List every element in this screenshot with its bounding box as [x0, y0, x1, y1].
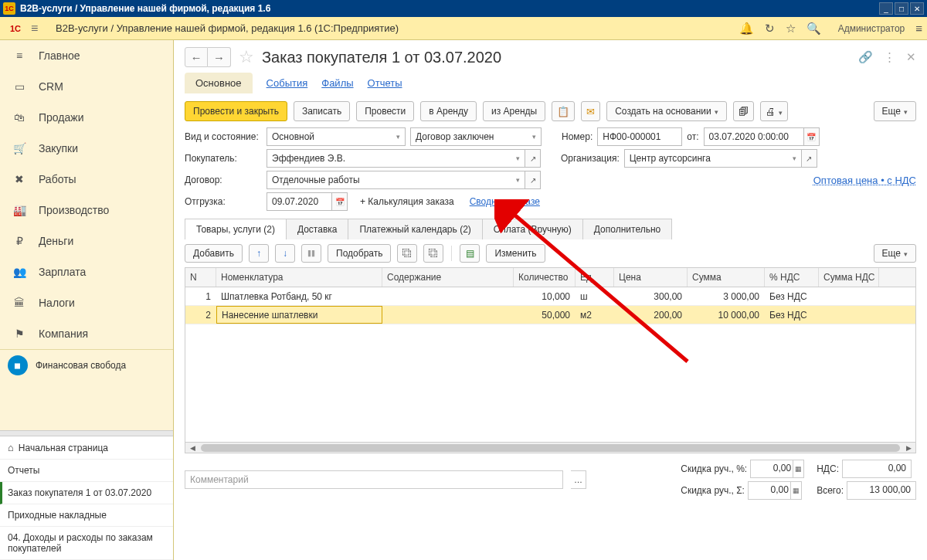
tab-main[interactable]: Основное: [185, 73, 253, 93]
spin-icon[interactable]: ▦: [793, 460, 803, 477]
tab-pay-calendar[interactable]: Платежный календарь (2): [348, 219, 482, 239]
move-down-button[interactable]: ↓: [275, 244, 295, 263]
add-row-button[interactable]: Добавить: [185, 244, 243, 263]
nav-incoming[interactable]: Приходные накладные: [0, 504, 173, 527]
buyer-input[interactable]: Эффендиев Э.В.▾: [267, 149, 525, 168]
tab-files[interactable]: Файлы: [321, 73, 353, 93]
tab-goods[interactable]: Товары, услуги (2): [185, 219, 287, 239]
scroll-right-icon[interactable]: ▶: [903, 443, 914, 453]
print-button[interactable]: 🖨: [760, 101, 788, 121]
col-vat[interactable]: % НДС: [765, 268, 819, 287]
post-and-close-button[interactable]: Провести и закрыть: [185, 101, 287, 121]
close-doc-button[interactable]: ✕: [906, 50, 916, 64]
sidebar-item-production[interactable]: 🏭Производство: [0, 195, 173, 226]
col-sum[interactable]: Сумма: [688, 268, 765, 287]
maximize-button[interactable]: □: [895, 2, 908, 15]
col-price[interactable]: Цена: [614, 268, 688, 287]
sidebar-item-purchases[interactable]: 🛒Закупки: [0, 133, 173, 164]
bell-icon[interactable]: 🔔: [739, 22, 754, 36]
comment-expand-button[interactable]: …: [571, 470, 586, 489]
nav-reports[interactable]: Отчеты: [0, 460, 173, 482]
col-vat-sum[interactable]: Сумма НДС: [819, 268, 879, 287]
open-buyer-button[interactable]: ↗: [525, 149, 541, 168]
table-scrollbar[interactable]: ◀ ▶: [185, 442, 915, 453]
user-label[interactable]: Администратор: [838, 23, 905, 34]
price-type-link[interactable]: Оптовая цена • с НДС: [813, 175, 916, 186]
to-rent-button[interactable]: в Аренду: [420, 101, 477, 121]
nav-pnl-orders[interactable]: 04. Доходы и расходы по заказам покупате…: [0, 527, 173, 560]
sidebar-item-taxes[interactable]: 🏛Налоги: [0, 287, 173, 318]
close-button[interactable]: ✕: [910, 2, 924, 15]
col-quantity[interactable]: Количество: [514, 268, 576, 287]
tab-delivery[interactable]: Доставка: [287, 219, 349, 239]
number-input[interactable]: НФ00-000001: [597, 127, 682, 146]
back-button[interactable]: ←: [185, 47, 208, 67]
sidebar-item-company[interactable]: ⚑Компания: [0, 318, 173, 349]
paste-icon-button[interactable]: 📋: [552, 101, 575, 121]
more-icon[interactable]: ≡: [915, 22, 922, 35]
sidebar-item-sales[interactable]: 🛍Продажи: [0, 102, 173, 133]
menu-icon[interactable]: ≡: [31, 22, 49, 36]
copy-rows-button[interactable]: ⿻: [397, 244, 417, 263]
calc-link[interactable]: + Калькуляция заказа: [360, 196, 454, 207]
contract-input[interactable]: Отделочные работы▾: [267, 171, 525, 189]
nav-current-doc[interactable]: Заказ покупателя 1 от 03.07.2020: [0, 482, 173, 504]
sidebar-item-money[interactable]: ₽Деньги: [0, 226, 173, 256]
save-button[interactable]: Записать: [294, 101, 350, 121]
forward-button[interactable]: →: [208, 47, 231, 67]
tab-reports[interactable]: Отчеты: [368, 73, 402, 93]
comment-input[interactable]: Комментарий: [185, 470, 563, 489]
sidebar-item-works[interactable]: ✖Работы: [0, 164, 173, 195]
col-unit[interactable]: Ед.: [576, 268, 614, 287]
date-input[interactable]: 03.07.2020 0:00:00: [704, 127, 804, 146]
edit-row-button[interactable]: Изменить: [486, 244, 545, 263]
pick-button[interactable]: Подобрать: [328, 244, 391, 263]
tab-additional[interactable]: Дополнительно: [583, 219, 672, 239]
col-nomenclature[interactable]: Номенклатура: [216, 268, 382, 287]
order-summary-link[interactable]: Сводно о заказе: [470, 196, 540, 207]
link-icon[interactable]: 🔗: [858, 50, 873, 64]
minimize-button[interactable]: _: [879, 2, 893, 15]
scroll-left-icon[interactable]: ◀: [187, 443, 198, 453]
star-icon[interactable]: ☆: [786, 22, 796, 36]
col-content[interactable]: Содержание: [382, 268, 514, 287]
sidebar-item-crm[interactable]: ▭CRM: [0, 71, 173, 102]
nav-home-page[interactable]: ⌂Начальная страница: [0, 436, 173, 460]
tab-payment[interactable]: Оплата (Вручную): [483, 219, 583, 239]
search-icon[interactable]: 🔍: [806, 22, 821, 36]
card-view-button[interactable]: ▤: [460, 244, 480, 263]
tab-events[interactable]: События: [267, 73, 308, 93]
mail-icon-button[interactable]: ✉: [581, 101, 600, 121]
open-contract-button[interactable]: ↗: [525, 171, 541, 189]
paste-rows-button[interactable]: ⿻: [423, 244, 443, 263]
open-org-button[interactable]: ↗: [802, 149, 817, 168]
shipment-date-input[interactable]: 09.07.2020: [267, 192, 332, 211]
calendar-icon[interactable]: 📅: [804, 127, 820, 146]
more-button[interactable]: Еще: [874, 101, 916, 121]
discount-sum-input[interactable]: 0,00▦: [748, 481, 802, 500]
shipment-calendar-icon[interactable]: 📅: [332, 192, 348, 211]
spin-icon[interactable]: ▦: [790, 482, 801, 499]
more-menu-icon[interactable]: ⋮: [884, 50, 895, 64]
type-input[interactable]: Основной▾: [267, 127, 406, 146]
from-rent-button[interactable]: из Аренды: [483, 101, 545, 121]
post-button[interactable]: Провести: [356, 101, 414, 121]
history-icon[interactable]: ↻: [765, 22, 775, 36]
sidebar-scrollbar[interactable]: [0, 430, 173, 436]
move-up-button[interactable]: ↑: [249, 244, 269, 263]
status-input[interactable]: Договор заключен▾: [410, 127, 542, 146]
barcode-button[interactable]: ⦀⦀: [301, 244, 321, 263]
sidebar-item-main[interactable]: ≡Главное: [0, 40, 173, 71]
scroll-thumb[interactable]: [201, 444, 900, 452]
discount-pct-input[interactable]: 0,00▦: [750, 460, 804, 478]
sidebar-item-salary[interactable]: 👥Зарплата: [0, 256, 173, 287]
create-based-button[interactable]: Создать на основании: [606, 101, 727, 121]
table-more-button[interactable]: Еще: [874, 244, 916, 263]
sidebar-item-fin-freedom[interactable]: ◆ Финансовая свобода: [0, 349, 173, 380]
org-input[interactable]: Центр аутсорсинга▾: [624, 149, 802, 168]
table-row[interactable]: 1 Шпатлевка Ротбанд, 50 кг 10,000 ш 300,…: [185, 287, 915, 306]
favorite-button[interactable]: ☆: [239, 47, 254, 67]
col-n[interactable]: N: [185, 268, 216, 287]
copy-doc-icon[interactable]: 🗐: [733, 101, 754, 121]
table-row[interactable]: 2 Нанесение шпатлевки 50,000 м2 200,00 1…: [185, 306, 915, 324]
